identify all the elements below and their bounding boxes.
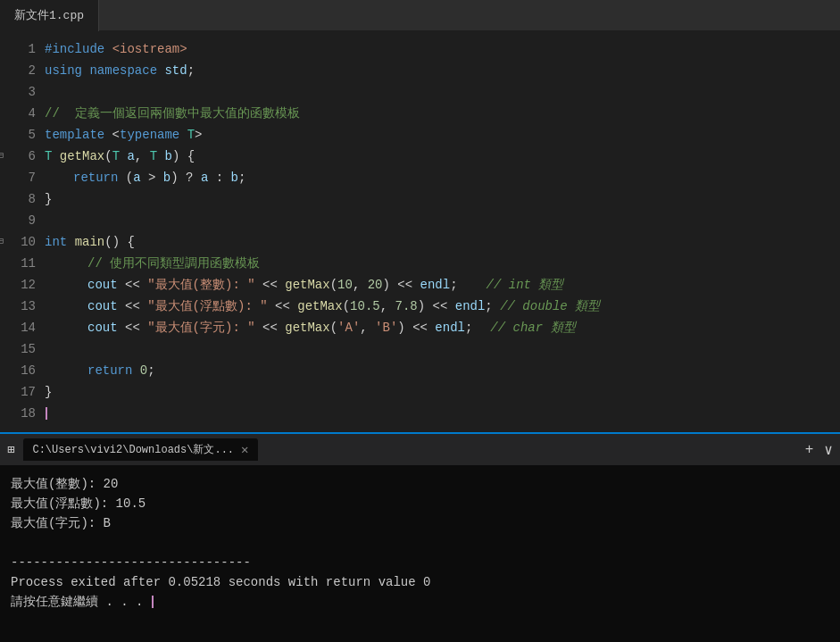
- line-number-4: 4: [9, 103, 36, 124]
- code-line-8: }: [45, 188, 840, 210]
- terminal-output-1: 最大值(整數): 20: [11, 474, 829, 494]
- terminal-tab[interactable]: C:\Users\vivi2\Downloads\新文... ✕: [23, 438, 257, 461]
- line-number-8: 8: [9, 188, 36, 210]
- terminal-separator: --------------------------------: [11, 553, 829, 572]
- code-line-5: template <typename T>: [45, 124, 840, 146]
- line-numbers: 1 2 3 4 5 ⊟6 7 8 9 ⊟10 11 12 13 14 15 16…: [0, 31, 45, 432]
- terminal-content: 最大值(整數): 20 最大值(浮點數): 10.5 最大值(字元): B --…: [0, 465, 840, 642]
- editor-tab[interactable]: 新文件1.cpp: [0, 0, 99, 31]
- terminal-tab-label: C:\Users\vivi2\Downloads\新文...: [32, 442, 234, 457]
- code-line-1: #include <iostream>: [45, 38, 840, 60]
- editor-tab-bar: 新文件1.cpp: [0, 0, 840, 31]
- terminal-output-2: 最大值(浮點數): 10.5: [11, 494, 829, 513]
- terminal-tab-bar: ⊞ C:\Users\vivi2\Downloads\新文... ✕ + ∨: [0, 434, 840, 465]
- kw-template: template: [45, 124, 104, 146]
- line-number-2: 2: [9, 60, 36, 81]
- terminal-actions: + ∨: [805, 441, 833, 459]
- kw-include: #include: [45, 38, 104, 60]
- code-line-12: cout << "最大值(整數): " << getMax(10, 20) <<…: [45, 274, 840, 296]
- tab-label: 新文件1.cpp: [14, 7, 84, 23]
- kw-namespace: namespace: [89, 60, 157, 81]
- code-line-11: // 使用不同類型調用函數模板: [45, 253, 840, 274]
- terminal-icon: ⊞: [7, 442, 14, 457]
- fold-icon-6[interactable]: ⊟: [0, 146, 4, 167]
- line-number-16: 16: [9, 360, 36, 381]
- line-number-5: 5: [9, 124, 36, 146]
- code-line-10: int main() {: [45, 231, 840, 253]
- code-line-2: using namespace std;: [45, 60, 840, 81]
- line-number-13: 13: [9, 296, 36, 317]
- code-content[interactable]: #include <iostream> using namespace std;…: [45, 31, 840, 432]
- editor-area: 1 2 3 4 5 ⊟6 7 8 9 ⊟10 11 12 13 14 15 16…: [0, 31, 840, 432]
- line-number-1: 1: [9, 38, 36, 60]
- line-number-14: 14: [9, 317, 36, 338]
- code-line-3: [45, 81, 840, 103]
- code-line-17: }: [45, 381, 840, 403]
- code-line-9: [45, 210, 840, 231]
- code-container: 1 2 3 4 5 ⊟6 7 8 9 ⊟10 11 12 13 14 15 16…: [0, 31, 840, 432]
- code-line-18: [45, 403, 840, 424]
- line-number-12: 12: [9, 274, 36, 296]
- code-line-4: // 定義一個返回兩個數中最大值的函數模板: [45, 103, 840, 124]
- line-number-18: 18: [9, 403, 36, 424]
- terminal-continue-prompt: 請按任意鍵繼續 . . .: [11, 592, 829, 612]
- code-line-6: T getMax(T a, T b) {: [45, 146, 840, 167]
- code-line-16: return 0;: [45, 360, 840, 381]
- terminal-add-button[interactable]: +: [805, 442, 814, 458]
- line-number-7: 7: [9, 167, 36, 188]
- line-number-3: 3: [9, 81, 36, 103]
- code-line-7: return (a > b) ? a : b;: [45, 167, 840, 188]
- line-number-15: 15: [9, 338, 36, 360]
- terminal-output-3: 最大值(字元): B: [11, 513, 829, 533]
- fold-icon-10[interactable]: ⊟: [0, 231, 4, 253]
- terminal-cursor: [152, 596, 154, 608]
- line-number-17: 17: [9, 381, 36, 403]
- line-number-10: ⊟10: [9, 231, 36, 253]
- line-number-11: 11: [9, 253, 36, 274]
- kw-using: using: [45, 60, 82, 81]
- text-cursor: [46, 407, 47, 420]
- line-number-6: ⊟6: [9, 146, 36, 167]
- code-line-15: [45, 338, 840, 360]
- terminal-process-info: Process exited after 0.05218 seconds wit…: [11, 572, 829, 592]
- terminal-close-button[interactable]: ✕: [241, 442, 248, 457]
- terminal-area: ⊞ C:\Users\vivi2\Downloads\新文... ✕ + ∨ 最…: [0, 432, 840, 642]
- terminal-output-4: [11, 533, 829, 553]
- line-number-9: 9: [9, 210, 36, 231]
- terminal-chevron-button[interactable]: ∨: [824, 441, 833, 459]
- code-line-14: cout << "最大值(字元): " << getMax('A', 'B') …: [45, 317, 840, 338]
- code-line-13: cout << "最大值(浮點數): " << getMax(10.5, 7.8…: [45, 296, 840, 317]
